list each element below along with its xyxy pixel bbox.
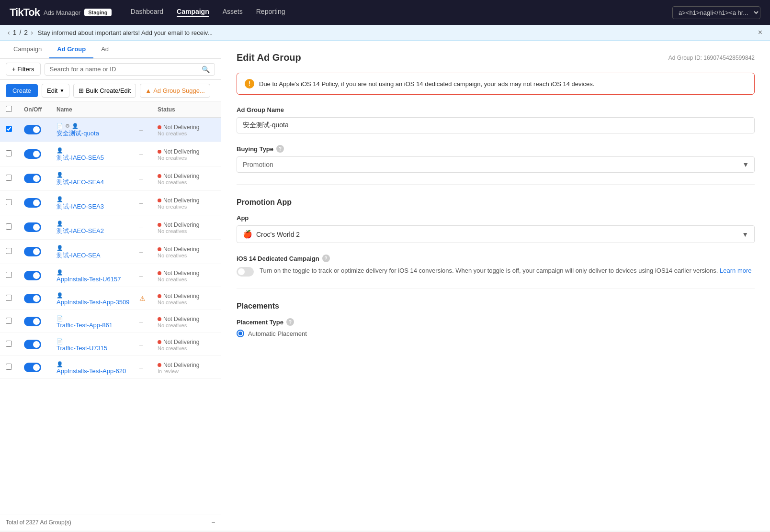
toggle-on[interactable] <box>24 271 41 280</box>
row-checkbox[interactable] <box>6 364 12 370</box>
placement-type-help-icon[interactable]: ? <box>286 318 294 326</box>
status-sub: In review <box>158 368 215 374</box>
dash: – <box>139 200 143 207</box>
staging-badge: Staging <box>84 9 111 16</box>
buying-type-help-icon[interactable]: ? <box>276 145 284 153</box>
row-checkbox[interactable] <box>6 295 12 301</box>
status-sub: No creatives <box>158 253 215 258</box>
auto-placement-radio[interactable] <box>237 330 244 337</box>
footer-dash: – <box>212 519 215 526</box>
row-icon-person: 👤 <box>57 361 63 367</box>
table-row[interactable]: 📄 ⚙ 👤 安全测试-quota – Not Delivering No cre… <box>0 118 221 142</box>
table-row[interactable]: 👤测试-IAEO-SEA3 – Not DeliveringNo creativ… <box>0 191 221 215</box>
action-bar: Create Edit ▼ ⊞ Bulk Create/Edit ▲ Ad Gr… <box>0 80 221 102</box>
tab-ad[interactable]: Ad <box>93 41 116 58</box>
row-name-link[interactable]: 测试-IAEO-SEA <box>57 251 136 260</box>
table-row[interactable]: 👤测试-IAEO-SEA4 – Not DeliveringNo creativ… <box>0 166 221 191</box>
alert-close-button[interactable]: × <box>758 28 762 37</box>
placement-type-label: Placement Type ? <box>237 318 755 326</box>
user-account-select[interactable]: a><h1>nagli</h1><a hr... <box>672 6 760 19</box>
row-checkbox[interactable] <box>6 248 12 254</box>
row-checkbox[interactable] <box>6 341 12 347</box>
learn-more-link[interactable]: Learn more <box>720 267 751 274</box>
search-input[interactable] <box>50 66 199 73</box>
table-row[interactable]: 👤测试-IAEO-SEA – Not DeliveringNo creative… <box>0 240 221 264</box>
status-text: Not Delivering <box>163 222 199 228</box>
row-checkbox[interactable] <box>6 318 12 324</box>
edit-button[interactable]: Edit ▼ <box>42 84 69 98</box>
status-sub: No creatives <box>158 345 215 351</box>
table-row[interactable]: 👤测试-IAEO-SEA5 – Not DeliveringNo creativ… <box>0 142 221 166</box>
toggle-on[interactable] <box>24 294 41 303</box>
row-name-link[interactable]: 测试-IAEO-SEA5 <box>57 154 136 162</box>
toggle-on[interactable] <box>24 363 41 372</box>
suggest-button[interactable]: ▲ Ad Group Sugge... <box>140 84 210 98</box>
table-row[interactable]: 👤AppInstalls-Test-App-3509 ⚠ Not Deliver… <box>0 287 221 310</box>
nav-assets[interactable]: Assets <box>223 8 243 17</box>
row-checkbox[interactable] <box>6 150 12 156</box>
ios14-label: iOS 14 Dedicated Campaign ? <box>237 255 755 262</box>
ios14-help-icon[interactable]: ? <box>322 255 330 262</box>
row-toggle <box>24 125 53 134</box>
row-name-link[interactable]: AppInstalls-Test-App-620 <box>57 367 136 375</box>
row-icon-person: 👤 <box>57 221 63 226</box>
row-name-link[interactable]: Traffic-Test-App-861 <box>57 321 136 329</box>
alert-total: 2 <box>24 29 28 36</box>
nav-reporting[interactable]: Reporting <box>256 8 285 17</box>
row-checkbox[interactable] <box>6 272 12 278</box>
table-row[interactable]: 📄Traffic-Test-App-861 – Not DeliveringNo… <box>0 310 221 333</box>
toggle-on[interactable] <box>24 317 41 326</box>
alert-sep: / <box>19 29 21 36</box>
app-selector[interactable]: 🍎 Croc's World 2 ▼ <box>237 225 755 243</box>
toggle-on[interactable] <box>24 198 41 208</box>
ad-group-name-input[interactable] <box>237 117 755 133</box>
tab-ad-group[interactable]: Ad Group <box>49 41 93 58</box>
alert-nav: ‹ 1 / 2 › <box>8 29 33 36</box>
ios14-toggle[interactable] <box>237 267 254 277</box>
table-row[interactable]: 👤AppInstalls-Test-App-620 – Not Deliveri… <box>0 356 221 379</box>
status-dot <box>158 271 161 275</box>
promotion-app-heading: Promotion App <box>237 194 755 207</box>
status-sub: No creatives <box>158 322 215 328</box>
alert-page-prev[interactable]: ‹ <box>8 29 10 36</box>
row-checkbox[interactable] <box>6 175 12 181</box>
ios14-toggle-row: Turn on the toggle to track or optimize … <box>237 266 755 277</box>
create-button[interactable]: Create <box>6 84 38 97</box>
toggle-on[interactable] <box>24 174 41 183</box>
row-name-link[interactable]: AppInstalls-Test-App-3509 <box>57 299 136 306</box>
status-text: Not Delivering <box>163 197 199 204</box>
row-icon-person: 👤 <box>57 147 63 153</box>
nav-campaign[interactable]: Campaign <box>177 8 209 17</box>
buying-type-select[interactable]: Promotion <box>237 156 755 173</box>
search-icon: 🔍 <box>202 66 210 73</box>
row-name-link[interactable]: AppInstalls-Test-U6157 <box>57 276 136 283</box>
app-dropdown-arrow-icon: ▼ <box>742 231 748 238</box>
filter-button[interactable]: + Filters <box>6 63 41 76</box>
toggle-on[interactable] <box>24 247 41 256</box>
row-name-link[interactable]: 测试-IAEO-SEA3 <box>57 202 136 211</box>
select-all-checkbox[interactable] <box>6 106 12 112</box>
toggle-on[interactable] <box>24 222 41 232</box>
row-name-link[interactable]: Traffic-Test-U7315 <box>57 344 136 352</box>
row-name-link[interactable]: 测试-IAEO-SEA4 <box>57 178 136 187</box>
row-name-link[interactable]: 测试-IAEO-SEA2 <box>57 227 136 235</box>
dash: – <box>139 272 143 279</box>
table-row[interactable]: 👤AppInstalls-Test-U6157 – Not Delivering… <box>0 264 221 287</box>
status-sub: No creatives <box>158 228 215 234</box>
nav-dashboard[interactable]: Dashboard <box>131 8 164 17</box>
toggle-on[interactable] <box>24 340 41 349</box>
bulk-edit-button[interactable]: ⊞ Bulk Create/Edit <box>73 84 136 98</box>
row-checkbox[interactable] <box>6 126 12 132</box>
ios-warning-text: Due to Apple's iOS 14 Policy, if you are… <box>259 80 594 88</box>
table-row[interactable]: 👤测试-IAEO-SEA2 – Not DeliveringNo creativ… <box>0 215 221 240</box>
tab-campaign[interactable]: Campaign <box>6 41 49 58</box>
toggle-on[interactable] <box>24 125 41 134</box>
toggle-on[interactable] <box>24 149 41 159</box>
auto-placement-label: Automatic Placement <box>248 330 307 337</box>
row-checkbox[interactable] <box>6 199 12 205</box>
row-name-link[interactable]: 安全测试-quota <box>57 129 136 138</box>
row-checkbox[interactable] <box>6 223 12 230</box>
alert-page-next[interactable]: › <box>31 29 33 36</box>
left-panel: Campaign Ad Group Ad + Filters 🔍 Create … <box>0 41 221 531</box>
table-row[interactable]: 📄Traffic-Test-U7315 – Not DeliveringNo c… <box>0 333 221 356</box>
